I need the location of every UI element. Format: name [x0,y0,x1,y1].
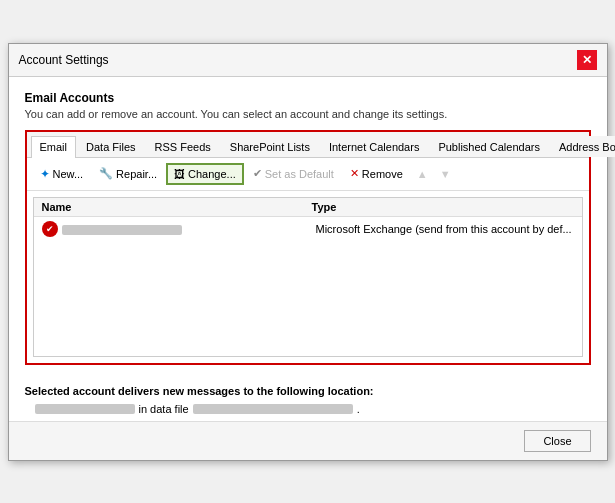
remove-label: Remove [362,168,403,180]
repair-button[interactable]: 🔧 Repair... [92,163,164,184]
tab-internet-calendars[interactable]: Internet Calendars [320,136,429,157]
title-bar-close-button[interactable]: ✕ [577,50,597,70]
checkmark-icon: ✔ [253,167,262,180]
dialog-title: Account Settings [19,53,109,67]
move-up-button[interactable]: ▲ [412,165,433,183]
close-dialog-button[interactable]: Close [524,430,590,452]
deliver-suffix: . [357,403,360,415]
tab-sharepoint[interactable]: SharePoint Lists [221,136,319,157]
in-data-file-label: in data file [139,403,189,415]
col-name-header: Name [42,201,312,213]
default-label: Set as Default [265,168,334,180]
tab-published-calendars[interactable]: Published Calendars [429,136,549,157]
remove-button[interactable]: ✕ Remove [343,163,410,184]
move-down-button[interactable]: ▼ [435,165,456,183]
tab-email[interactable]: Email [31,136,77,158]
tab-address-books[interactable]: Address Books [550,136,615,157]
deliver-location-blurred [193,404,353,414]
remove-icon: ✕ [350,167,359,180]
account-status-icon: ✔ [42,221,58,237]
change-icon: 🖼 [174,168,185,180]
change-label: Change... [188,168,236,180]
dialog-body: Email Accounts You can add or remove an … [9,77,607,375]
bottom-bar: Close [9,421,607,460]
change-button[interactable]: 🖼 Change... [166,163,244,185]
new-icon: ✦ [40,167,50,181]
col-type-header: Type [312,201,574,213]
tab-rss-feeds[interactable]: RSS Feeds [146,136,220,157]
account-name [62,222,316,234]
new-label: New... [53,168,84,180]
deliver-section: Selected account delivers new messages t… [9,375,607,421]
title-bar: Account Settings ✕ [9,44,607,77]
account-settings-dialog: Account Settings ✕ Email Accounts You ca… [8,43,608,461]
new-button[interactable]: ✦ New... [33,163,91,185]
tab-data-files[interactable]: Data Files [77,136,145,157]
repair-label: Repair... [116,168,157,180]
deliver-detail: in data file . [35,403,591,415]
set-default-button[interactable]: ✔ Set as Default [246,163,341,184]
account-type: Microsoft Exchange (send from this accou… [316,223,574,235]
default-account-icon: ✔ [42,221,58,237]
account-name-blurred [62,225,182,235]
deliver-label: Selected account delivers new messages t… [25,385,591,397]
table-row[interactable]: ✔ Microsoft Exchange (send from this acc… [34,217,582,241]
tabs-bar: Email Data Files RSS Feeds SharePoint Li… [27,132,589,158]
accounts-panel: Email Data Files RSS Feeds SharePoint Li… [25,130,591,365]
repair-icon: 🔧 [99,167,113,180]
toolbar: ✦ New... 🔧 Repair... 🖼 Change... ✔ Set a… [27,158,589,191]
list-header: Name Type [34,198,582,217]
deliver-name-blurred [35,404,135,414]
section-title: Email Accounts [25,91,591,105]
section-desc: You can add or remove an account. You ca… [25,108,591,120]
account-list: Name Type ✔ Microsoft Exchange (send fro… [33,197,583,357]
